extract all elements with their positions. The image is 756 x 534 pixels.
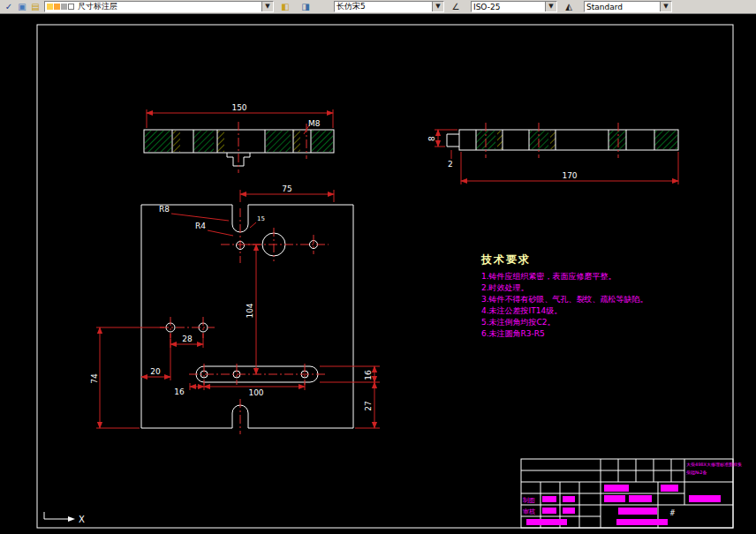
- layer-color-chip: [68, 4, 74, 10]
- layer-previous-icon-glyph: ◧: [281, 2, 289, 11]
- dim-sec-h1: 8: [427, 136, 436, 141]
- text-style-icon[interactable]: ◭: [562, 1, 576, 12]
- tech-requirement-item: 6.未注圆角R3-R5: [481, 328, 689, 340]
- layer-lock-icon: [61, 4, 67, 10]
- tech-requirement-item: 5.未注倒角均按C2。: [481, 317, 689, 328]
- tech-requirement-item: 1.铸件应组织紧密，表面应修磨平整。: [481, 271, 689, 282]
- tech-requirement-item: 2.时效处理。: [481, 282, 689, 294]
- layer-freeze-icon: [54, 4, 60, 10]
- dim-offset-left: 20: [150, 367, 161, 376]
- tech-requirements: 技术要求 1.铸件应组织紧密，表面应修磨平整。 2.时效处理。 3.铸件不得有砂…: [481, 252, 689, 340]
- dim-style-icon[interactable]: ∠: [449, 1, 463, 12]
- text-font-dropdown[interactable]: 长仿宋5 ▼: [334, 1, 444, 12]
- chevron-down-icon[interactable]: ▼: [545, 2, 556, 11]
- toolbar: ✓ ▣ ▤ 尺寸标注层 ▼ ◧ ◨ 长仿宋5 ▼ ∠ ISO-25 ▼ ◭ St…: [0, 0, 756, 14]
- layers-icon[interactable]: ▤: [28, 1, 42, 12]
- ucs-icon: X: [44, 512, 85, 524]
- dim-height-left: 74: [90, 373, 99, 384]
- dim-slot-height: 16: [364, 370, 373, 380]
- dim-top-width: 150: [231, 103, 246, 112]
- ucs-x-arrow: [68, 516, 75, 522]
- tech-requirements-title: 技术要求: [481, 252, 689, 267]
- dim-radius-large: R8: [159, 205, 170, 214]
- chevron-down-icon[interactable]: ▼: [261, 2, 273, 11]
- layer-on-icon: [47, 4, 53, 10]
- clipboard-icon-glyph: ▣: [18, 2, 26, 11]
- layer-previous-icon[interactable]: ◧: [278, 1, 292, 12]
- dim-bottom-height: 27: [364, 401, 373, 410]
- font-icon-glyph: ◨: [301, 2, 309, 11]
- check-icon-glyph: ✓: [5, 2, 12, 11]
- titleblock-name-line1: 大柴498X大修理标准图样集: [686, 462, 742, 468]
- layer-dropdown[interactable]: 尺寸标注层 ▼: [44, 1, 274, 12]
- dim-thread-label: M8: [308, 119, 321, 128]
- section-view-top-right: 8 2 170: [427, 123, 678, 184]
- dim-front-width: 75: [282, 184, 291, 193]
- check-icon[interactable]: ✓: [2, 1, 16, 12]
- dim-sec-width: 170: [562, 171, 577, 180]
- clipboard-icon[interactable]: ▣: [15, 1, 29, 12]
- font-icon[interactable]: ◨: [299, 1, 313, 12]
- section-view-top-left: M8 150: [144, 103, 334, 173]
- dim-style-icon-glyph: ∠: [452, 2, 460, 11]
- dim-chamfer: 15: [257, 215, 265, 222]
- text-style-dropdown[interactable]: Standard ▼: [584, 1, 672, 12]
- titleblock-row1-label: 制图: [522, 497, 535, 504]
- dim-slot-offset: 16: [174, 387, 185, 396]
- dim-radius-small: R4: [195, 222, 206, 230]
- layer-dropdown-value: 尺寸标注层: [76, 1, 261, 12]
- ucs-x-label: X: [79, 515, 85, 524]
- tech-requirement-item: 4.未注公差按IT14级。: [481, 305, 689, 317]
- dim-slot-span: 100: [248, 388, 263, 397]
- text-style-dropdown-value: Standard: [585, 3, 660, 11]
- text-style-icon-glyph: ◭: [565, 2, 572, 11]
- chevron-down-icon[interactable]: ▼: [660, 2, 671, 11]
- titleblock-name-line2: 柴辊№2备: [686, 470, 707, 476]
- text-font-dropdown-value: 长仿宋5: [335, 1, 432, 12]
- title-block: 制图 审核 大柴498X大修理标准图样集 柴辊№2备 #: [521, 459, 742, 528]
- dim-sec-h2: 2: [448, 160, 453, 169]
- dim-height-mid: 104: [246, 303, 254, 318]
- titleblock-row2-label: 审核: [523, 508, 535, 515]
- tech-requirement-item: 3.铸件不得有砂眼、气孔、裂纹、疏松等缺陷。: [481, 294, 689, 305]
- dim-style-dropdown[interactable]: ISO-25 ▼: [471, 1, 557, 12]
- layers-icon-glyph: ▤: [31, 2, 39, 11]
- dim-style-dropdown-value: ISO-25: [472, 3, 545, 11]
- chevron-down-icon[interactable]: ▼: [432, 2, 443, 11]
- dim-hole-spacing: 28: [182, 335, 193, 343]
- front-view: 75 R8 R4 15 104 74 20 28 16 100 16: [90, 184, 380, 434]
- titleblock-sheet-mark: #: [669, 509, 676, 517]
- layer-state-icons: [45, 4, 76, 10]
